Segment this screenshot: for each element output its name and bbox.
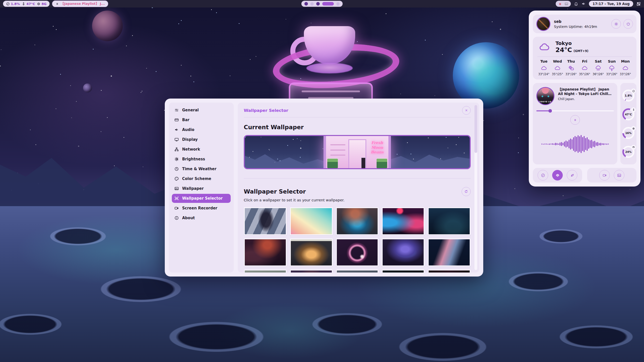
- cloud-icon: [554, 65, 561, 71]
- sidebar-item-brightness[interactable]: Brightness: [172, 155, 231, 164]
- chip-icon: [631, 126, 636, 131]
- system-stats-column: 1.8%47°C16%24%: [620, 83, 636, 164]
- sidebar-item-time-weather[interactable]: Time & Weather: [172, 164, 231, 173]
- play-pause-button[interactable]: [570, 115, 580, 125]
- screenshot-button[interactable]: [614, 170, 624, 180]
- sidebar-item-label: Display: [182, 137, 198, 142]
- wallpaper-thumbnail-crimson-woods[interactable]: [244, 238, 287, 266]
- balanced-button[interactable]: [552, 170, 563, 180]
- memory-stat: 8G: [37, 2, 47, 6]
- wallpaper-thumbnail-neon-arcade[interactable]: [382, 207, 425, 235]
- window-bar-icon: [174, 118, 179, 122]
- notifications-bell-icon[interactable]: [574, 2, 578, 6]
- thermometer-icon: [631, 107, 636, 112]
- wallpaper-thumbnail-sage-field[interactable]: [244, 269, 287, 273]
- cloud-icon: [622, 65, 629, 71]
- sidebar-item-color-scheme[interactable]: Color Scheme: [172, 174, 231, 183]
- powersave-button[interactable]: [567, 170, 577, 180]
- screen-recorder-button[interactable]: [599, 170, 610, 180]
- gauge-icon: [6, 2, 10, 6]
- settings-button[interactable]: [611, 19, 621, 29]
- settings-window: GeneralBarAudioDisplayNetworkBrightnessT…: [165, 99, 483, 277]
- sidebar-item-bar[interactable]: Bar: [172, 115, 231, 124]
- wallpaper-thumbnail-slate[interactable]: [336, 269, 379, 273]
- top-bar: 1.8%47°C8G 【Japanese Playlist】 J... 17:1…: [0, 0, 644, 8]
- wallpaper-image: [337, 270, 378, 273]
- system-tray[interactable]: [556, 1, 571, 7]
- workspace-empty[interactable]: [336, 2, 340, 6]
- palette-icon: [174, 176, 179, 181]
- selector-heading: Wallpaper Selector: [244, 188, 306, 195]
- sidebar-item-general[interactable]: General: [172, 106, 231, 115]
- image-tray-icon[interactable]: [565, 2, 568, 6]
- wallpaper-image: [291, 239, 332, 265]
- sidebar-item-wallpaper-selector[interactable]: Wallpaper Selector: [172, 194, 231, 203]
- neon-sign-text: FreshMoonBeans: [369, 141, 385, 155]
- sidebar-item-label: Wallpaper Selector: [182, 196, 223, 201]
- audio-visualizer: [536, 128, 614, 160]
- seek-slider[interactable]: [536, 109, 614, 113]
- wallpaper-thumbnail-pastel-gradient[interactable]: [290, 207, 333, 235]
- sidebar-item-label: Time & Weather: [182, 167, 216, 171]
- media-pill[interactable]: 【Japanese Playlist】 J...: [52, 1, 108, 7]
- workspace-active[interactable]: [322, 2, 334, 6]
- scrollbar[interactable]: [474, 105, 477, 270]
- wallpaper-thumbnail-nebula-forest[interactable]: [382, 238, 425, 266]
- storm-icon: [609, 65, 615, 71]
- wallpaper-image: [245, 239, 286, 265]
- sidebar-item-display[interactable]: Display: [172, 135, 231, 144]
- workspace-occupied[interactable]: [316, 2, 320, 6]
- weather-card: Tokyo 24°C(GMT+9) Tue33°/24°Wed35°/25°Th…: [533, 37, 636, 79]
- slider-knob[interactable]: [548, 109, 552, 113]
- menu-board: [361, 157, 366, 168]
- wallpaper-thumbnail-dark-forest[interactable]: [428, 207, 471, 235]
- memory-ring: 16%: [622, 127, 634, 139]
- network-icon: [174, 147, 179, 152]
- clock-icon: [174, 167, 179, 171]
- performance-button[interactable]: [538, 170, 548, 180]
- volume-icon[interactable]: [581, 2, 586, 6]
- gauge-icon: [541, 173, 545, 177]
- wallpaper-thumbnail-autumn-grove[interactable]: [290, 269, 333, 273]
- current-wallpaper-preview: FreshMoonBeans: [244, 135, 471, 169]
- system-stats-pill[interactable]: 1.8%47°C8G: [3, 1, 50, 7]
- cafe-storefront: FreshMoonBeans: [324, 136, 391, 168]
- sidebar-item-about[interactable]: About: [172, 213, 231, 222]
- forecast-day-sun: Sun33°/26°: [605, 59, 618, 76]
- power-button[interactable]: [623, 19, 633, 29]
- wallpaper-thumbnail-mesh-wave[interactable]: [428, 238, 471, 266]
- wallpaper-thumbnail-lofi-coffee-shop[interactable]: [290, 238, 333, 266]
- workspace-indicator[interactable]: [301, 1, 343, 7]
- clock[interactable]: 17:17 - Tue, 19 Aug: [589, 1, 633, 7]
- purple-planet: [92, 11, 123, 41]
- wallpaper-thumbnail-dark-crimson[interactable]: [428, 269, 471, 273]
- sidebar-item-label: General: [182, 108, 199, 112]
- disk-icon: [631, 145, 636, 150]
- forecast-day-sat: Sat36°/26°: [592, 59, 605, 76]
- refresh-button[interactable]: [462, 187, 471, 196]
- divider: [244, 117, 471, 117]
- image-select-icon: [174, 196, 179, 201]
- pet-tray-icon[interactable]: [558, 2, 562, 6]
- wallpaper-image: [429, 208, 470, 234]
- wallpaper-thumbnail-aurora-blur[interactable]: [336, 207, 379, 235]
- gauge-icon: [631, 88, 636, 94]
- sidebar-item-network[interactable]: Network: [172, 145, 231, 154]
- dashboard-grid-icon[interactable]: [636, 2, 641, 6]
- sidebar-item-wallpaper[interactable]: Wallpaper: [172, 184, 231, 193]
- leaf-icon: [570, 173, 574, 177]
- workspace-occupied[interactable]: [304, 2, 308, 6]
- wallpaper-thumbnail-anime-crosswalk[interactable]: [244, 207, 287, 235]
- workspace-empty[interactable]: [310, 2, 314, 6]
- wallpaper-thumbnail-dark-pine[interactable]: [382, 269, 425, 273]
- sidebar-item-screen-recorder[interactable]: Screen Recorder: [172, 204, 231, 213]
- wallpaper-thumbnail-eclipse-ring[interactable]: [336, 238, 379, 266]
- wallpaper-image: [383, 270, 424, 273]
- close-button[interactable]: [462, 106, 471, 115]
- current-wallpaper-heading: Current Wallpaper: [244, 124, 471, 130]
- media-pill-label: 【Japanese Playlist】 J...: [61, 2, 105, 6]
- sidebar-item-audio[interactable]: Audio: [172, 125, 231, 134]
- thermometer-icon: [22, 2, 25, 6]
- desktop: 1.8%47°C8G 【Japanese Playlist】 J... 17:1…: [0, 0, 644, 362]
- wallpaper-image: [383, 239, 424, 265]
